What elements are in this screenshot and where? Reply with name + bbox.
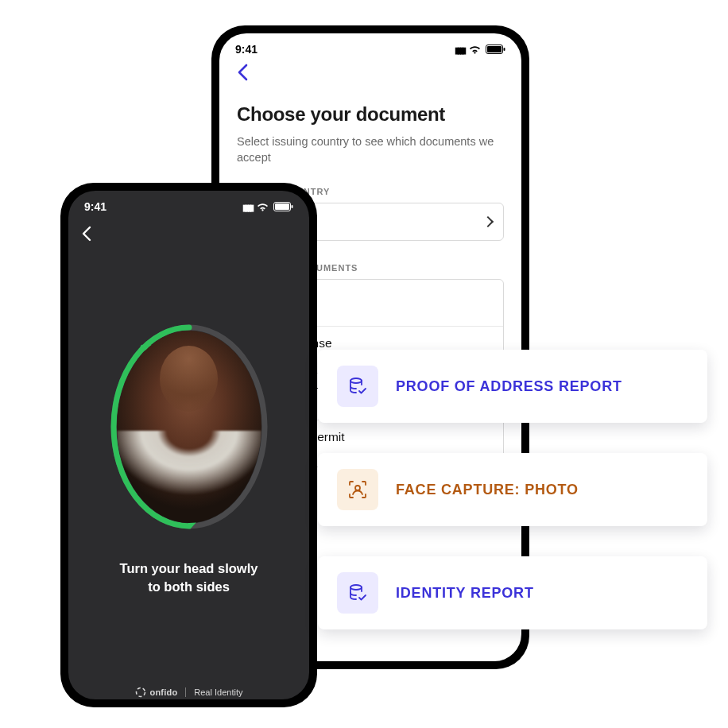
- status-time: 9:41: [235, 43, 258, 56]
- svg-rect-1: [487, 46, 501, 52]
- chevron-left-icon: [237, 64, 248, 81]
- report-card-label: IDENTITY REPORT: [396, 585, 534, 602]
- identity-report-card[interactable]: IDENTITY REPORT: [318, 556, 707, 629]
- svg-point-8: [350, 378, 362, 383]
- database-check-icon: [337, 366, 378, 407]
- svg-rect-2: [504, 48, 505, 51]
- svg-point-7: [136, 688, 145, 697]
- face-capture-area: Turn your head slowly to both sides: [68, 216, 309, 676]
- battery-icon: [273, 202, 293, 211]
- svg-rect-5: [292, 205, 293, 208]
- cellular-signal-icon: [455, 43, 464, 56]
- user-face-photo: [117, 331, 261, 523]
- separator: [185, 687, 186, 697]
- brand-footer: onfido Real Identity: [68, 676, 309, 699]
- face-capture-photo-card[interactable]: FACE CAPTURE: PHOTO: [318, 453, 707, 526]
- chevron-right-icon: [484, 215, 492, 228]
- svg-rect-4: [275, 203, 289, 210]
- battery-icon: [486, 45, 505, 54]
- proof-of-address-report-card[interactable]: PROOF OF ADDRESS REPORT: [318, 350, 707, 423]
- cellular-signal-icon: [242, 200, 252, 213]
- page-subtitle: Select issuing country to see which docu…: [237, 134, 504, 166]
- report-card-label: PROOF OF ADDRESS REPORT: [396, 378, 622, 395]
- wifi-icon: [256, 202, 269, 211]
- status-time: 9:41: [84, 200, 106, 213]
- wifi-icon: [468, 45, 482, 54]
- face-capture-screen: 9:41 Turn your head slowly: [68, 191, 309, 699]
- svg-point-9: [355, 486, 360, 490]
- status-icons: [455, 43, 505, 56]
- face-scan-icon: [337, 469, 378, 510]
- report-card-label: FACE CAPTURE: PHOTO: [396, 482, 579, 498]
- page-title: Choose your document: [237, 103, 504, 126]
- face-capture-phone: 9:41 Turn your head slowly: [60, 183, 317, 707]
- status-bar: 9:41: [68, 191, 309, 216]
- svg-point-10: [350, 585, 362, 590]
- capture-instruction: Turn your head slowly to both sides: [120, 560, 258, 596]
- database-check-icon: [337, 572, 378, 614]
- onfido-logo: onfido: [135, 687, 178, 698]
- status-icons: [242, 200, 293, 213]
- onfido-logo-icon: [135, 687, 146, 698]
- back-button[interactable]: [237, 59, 504, 89]
- status-bar: 9:41: [219, 33, 521, 59]
- brand-tagline: Real Identity: [194, 687, 242, 697]
- face-progress-ring: [106, 319, 273, 534]
